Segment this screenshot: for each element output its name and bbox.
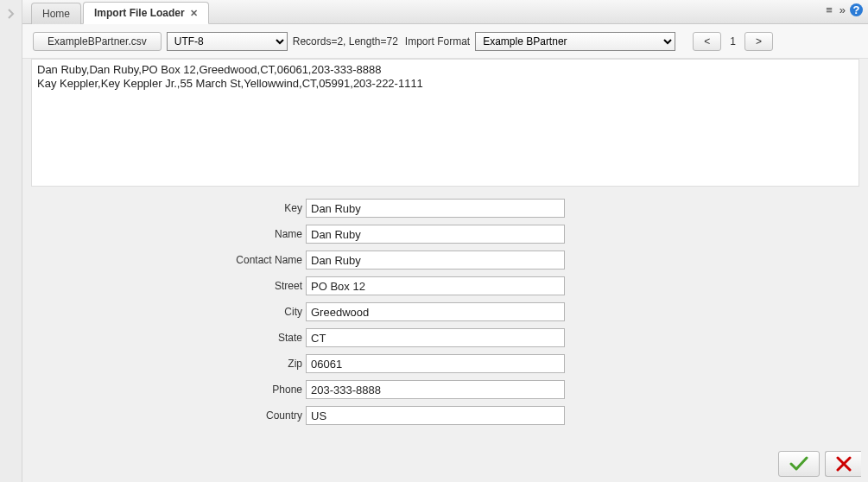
field-input[interactable] xyxy=(306,199,565,218)
field-input[interactable] xyxy=(306,328,565,347)
help-icon[interactable]: ? xyxy=(850,3,863,16)
field-label: Name xyxy=(22,228,306,240)
field-input[interactable] xyxy=(306,251,565,270)
form-row: State xyxy=(22,327,868,349)
field-input[interactable] xyxy=(306,302,565,321)
menu-icon[interactable]: ≡ xyxy=(826,3,833,16)
form-row: Zip xyxy=(22,352,868,375)
cancel-button[interactable] xyxy=(825,451,861,477)
field-input[interactable] xyxy=(306,225,565,244)
check-icon xyxy=(789,456,808,472)
toolbar: ExampleBPartner.csv UTF-8 Records=2, Len… xyxy=(22,24,868,59)
record-form: KeyNameContact NameStreetCityStateZipPho… xyxy=(22,197,868,427)
encoding-select[interactable]: UTF-8 xyxy=(167,32,288,51)
close-icon[interactable]: ✕ xyxy=(190,8,198,19)
field-label: Phone xyxy=(22,384,306,396)
form-row: Name xyxy=(22,223,868,245)
field-label: State xyxy=(22,332,306,344)
window-controls: ≡ » ? xyxy=(826,3,863,16)
form-row: Contact Name xyxy=(22,249,868,271)
field-label: Key xyxy=(22,202,306,214)
tab-label: Home xyxy=(42,8,70,20)
form-row: City xyxy=(22,301,868,323)
field-input[interactable] xyxy=(306,354,565,373)
field-input[interactable] xyxy=(306,406,565,425)
import-format-label: Import Format xyxy=(405,35,470,48)
records-label: Records=2, Length=72 xyxy=(293,35,398,48)
field-label: City xyxy=(22,306,306,318)
field-label: Street xyxy=(22,280,306,292)
tab-label: Import File Loader xyxy=(94,7,185,19)
prev-record-button[interactable]: < xyxy=(693,32,721,51)
form-row: Key xyxy=(22,197,868,219)
field-label: Zip xyxy=(22,358,306,370)
file-button[interactable]: ExampleBPartner.csv xyxy=(33,32,162,51)
x-icon xyxy=(836,456,852,472)
next-record-button[interactable]: > xyxy=(744,32,773,51)
collapse-icon[interactable]: » xyxy=(839,3,843,16)
form-row: Street xyxy=(22,275,868,297)
field-input[interactable] xyxy=(306,380,565,399)
import-format-select[interactable]: Example BPartner xyxy=(475,32,675,51)
form-row: Country xyxy=(22,404,868,427)
field-label: Contact Name xyxy=(22,254,306,266)
footer-actions xyxy=(778,451,861,477)
form-row: Phone xyxy=(22,378,868,401)
tab-import-file-loader[interactable]: Import File Loader ✕ xyxy=(83,2,209,24)
sidebar-toggle[interactable] xyxy=(0,0,22,482)
ok-button[interactable] xyxy=(778,451,820,477)
tab-home[interactable]: Home xyxy=(31,3,81,24)
tab-bar: Home Import File Loader ✕ ≡ » ? xyxy=(22,0,868,24)
page-number: 1 xyxy=(726,35,739,48)
file-preview: Dan Ruby,Dan Ruby,PO Box 12,Greedwood,CT… xyxy=(31,59,859,187)
field-input[interactable] xyxy=(306,276,565,295)
chevron-right-icon xyxy=(7,9,16,19)
field-label: Country xyxy=(22,409,306,422)
